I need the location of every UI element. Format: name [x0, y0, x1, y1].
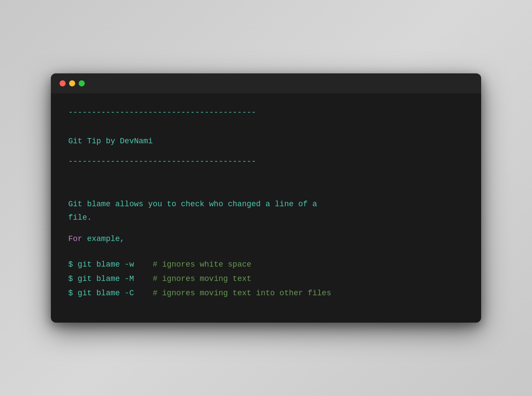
terminal-body: ----------------------------------------…: [51, 93, 481, 323]
title-bar: [51, 73, 481, 93]
for-example-line: For example,: [68, 233, 464, 245]
description-line1: Git blame allows you to check who change…: [68, 200, 317, 208]
description-line2: file.: [68, 213, 92, 222]
spacer-1: [68, 122, 464, 126]
command-3-comment: # ignores moving text into other files: [153, 289, 331, 297]
command-1-text: $ git blame -w: [68, 260, 134, 269]
description: Git blame allows you to check who change…: [68, 198, 464, 224]
spacer-4: [68, 254, 464, 258]
command-2-spaces: [139, 274, 148, 283]
command-1-spaces: [139, 260, 148, 269]
command-2-comment: # ignores moving text: [153, 274, 251, 283]
command-line-1: $ git blame -w # ignores white space: [68, 258, 464, 271]
tip-title: Git Tip by DevNami: [68, 135, 464, 148]
maximize-button[interactable]: [79, 80, 85, 86]
spacer-2: [68, 151, 464, 155]
terminal-window: ----------------------------------------…: [51, 73, 481, 323]
bottom-divider: ----------------------------------------: [68, 155, 464, 168]
example-rest: example,: [82, 234, 124, 243]
close-button[interactable]: [60, 80, 66, 86]
command-line-2: $ git blame -M # ignores moving text: [68, 273, 464, 285]
spacer-3: [68, 172, 464, 185]
command-2-text: $ git blame -M: [68, 274, 134, 283]
top-divider: ----------------------------------------: [68, 106, 464, 119]
command-1-comment: # ignores white space: [153, 260, 251, 269]
command-3-text: $ git blame -C: [68, 289, 134, 297]
command-line-3: $ git blame -C # ignores moving text int…: [68, 287, 464, 300]
command-block: $ git blame -w # ignores white space $ g…: [68, 258, 464, 299]
minimize-button[interactable]: [69, 80, 75, 86]
command-3-spaces: [139, 289, 148, 297]
for-keyword: For: [68, 234, 82, 243]
